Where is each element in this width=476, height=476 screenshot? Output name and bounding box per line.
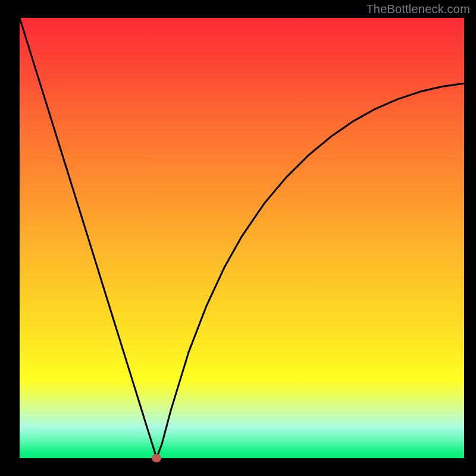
watermark-text: TheBottleneck.com — [366, 2, 470, 16]
chart-svg — [20, 18, 464, 458]
chart-frame: TheBottleneck.com — [0, 0, 476, 476]
plot-area — [20, 18, 464, 458]
minimum-marker — [152, 454, 161, 462]
bottleneck-curve — [20, 18, 464, 458]
